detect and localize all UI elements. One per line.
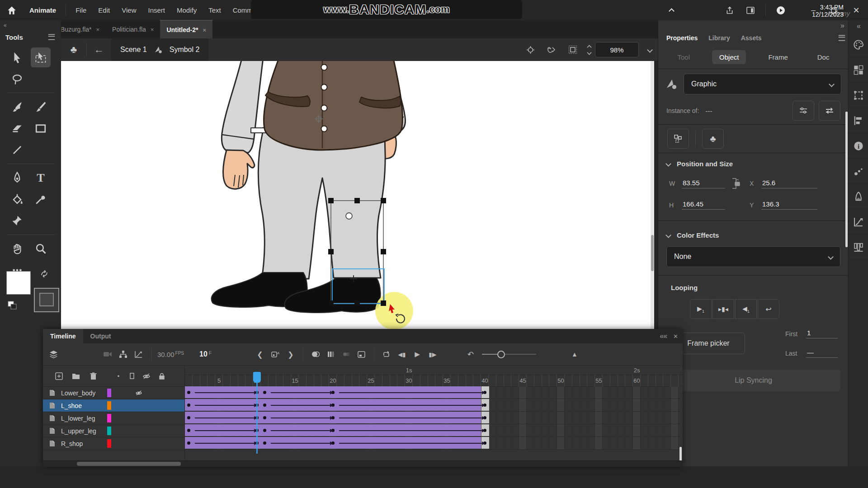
keyframe-dot[interactable] — [187, 391, 190, 394]
info-panel-icon[interactable]: i — [849, 133, 868, 159]
share-icon[interactable] — [719, 0, 740, 20]
doc-tab-buzurg-fla-[interactable]: Buzurg.fla*× — [54, 20, 106, 38]
close-timeline-icon[interactable]: ✕ — [673, 333, 678, 340]
menu-insert[interactable]: Insert — [142, 0, 171, 20]
layer-hidden-icon[interactable] — [131, 390, 146, 396]
panel-tab-library[interactable]: Library — [703, 34, 735, 42]
classic-brush-tool[interactable] — [31, 97, 51, 117]
pen-tool[interactable] — [7, 168, 27, 188]
frame-picker-button[interactable]: Frame picker — [672, 333, 745, 354]
eyedropper-tool[interactable] — [31, 189, 51, 209]
line-tool[interactable] — [7, 140, 27, 160]
lock-column-icon[interactable] — [155, 368, 169, 384]
keyframe-dot[interactable] — [263, 404, 266, 407]
visibility-column-icon[interactable] — [140, 368, 153, 384]
doc-tab-untitled-2-[interactable]: Untitled-2*× — [160, 20, 212, 39]
keyframe-dot[interactable] — [263, 441, 266, 445]
zoom-level-input[interactable]: 98% — [595, 42, 639, 57]
loop-playback-icon[interactable] — [379, 347, 394, 362]
swatches-icon[interactable] — [849, 57, 868, 83]
layer-color-chip[interactable] — [107, 439, 111, 448]
y-field[interactable]: 136.3 — [761, 200, 817, 210]
keyframe-dot[interactable] — [187, 416, 190, 419]
keyframe-dot[interactable] — [263, 429, 266, 432]
lock-aspect-icon[interactable] — [725, 177, 750, 190]
highlight-column-icon[interactable]: • — [113, 368, 124, 384]
zoom-tool[interactable] — [31, 239, 51, 258]
hand-tool[interactable] — [7, 239, 27, 258]
first-frame-field[interactable]: 1 — [806, 329, 838, 338]
height-field[interactable]: 166.45 — [682, 200, 725, 210]
lip-syncing-button[interactable]: Lip Syncing — [666, 370, 840, 391]
layer-color-chip[interactable] — [107, 389, 111, 397]
onion-skin-outline-icon[interactable] — [323, 347, 339, 362]
clock[interactable]: 3:43 PM 12/12/2023 Udemy — [809, 4, 846, 18]
parenting-view-icon[interactable] — [115, 347, 131, 362]
stroke-color-swatch[interactable] — [34, 288, 59, 312]
asset-warp-tool[interactable] — [7, 211, 27, 231]
keyframe-dot[interactable] — [187, 441, 190, 445]
test-movie-icon[interactable] — [770, 0, 791, 20]
timeline-hscrollbar[interactable] — [43, 460, 683, 467]
layers-view-icon[interactable] — [46, 347, 61, 362]
menu-file[interactable]: File — [70, 0, 92, 20]
close-tab-icon[interactable]: × — [151, 26, 154, 33]
transform-panel-icon[interactable] — [849, 83, 868, 108]
breadcrumb-scene[interactable]: Scene 1 — [120, 46, 147, 54]
graph-editor-icon[interactable] — [131, 347, 146, 362]
edit-keyframe-icon[interactable]: A — [268, 347, 283, 362]
component-panel-icon[interactable] — [849, 235, 868, 260]
brush-library-icon[interactable] — [849, 184, 868, 209]
rectangle-tool[interactable] — [31, 118, 51, 138]
collapse-dock-icon[interactable]: « — [849, 20, 868, 32]
playhead[interactable] — [253, 372, 261, 447]
stage-vscrollbar[interactable] — [651, 61, 654, 334]
timeline-tab-timeline[interactable]: Timeline — [43, 329, 83, 343]
layer-color-chip[interactable] — [107, 414, 111, 422]
workspace-icon[interactable] — [740, 0, 761, 20]
clip-content-icon[interactable] — [562, 45, 584, 54]
menu-modify[interactable]: Modify — [171, 0, 203, 20]
motion-graph-icon[interactable] — [849, 209, 868, 235]
stage-canvas[interactable] — [61, 61, 654, 334]
x-field[interactable]: 25.6 — [761, 179, 817, 188]
prev-keyframe-icon[interactable]: ❮ — [252, 347, 268, 362]
center-stage-icon[interactable] — [520, 46, 540, 54]
menu-text[interactable]: Text — [203, 0, 227, 20]
edit-symbols-icon[interactable]: ♣ — [61, 38, 86, 61]
menu-edit[interactable]: Edit — [92, 0, 116, 20]
properties-subtab-frame[interactable]: Frame — [761, 50, 795, 64]
color-effects-header[interactable]: Color Effects — [658, 225, 849, 245]
onion-skin-icon[interactable] — [308, 347, 323, 362]
color-palette-icon[interactable] — [849, 32, 868, 57]
layer-row-l_upper_leg[interactable]: L_upper_leg — [43, 425, 184, 437]
insert-frame-icon[interactable] — [354, 347, 369, 362]
fluid-brush-tool[interactable] — [7, 97, 27, 117]
zoom-dropdown-icon[interactable] — [642, 48, 658, 52]
new-folder-icon[interactable] — [68, 368, 84, 384]
instance-settings-icon[interactable] — [793, 101, 814, 121]
close-tab-icon[interactable]: × — [203, 27, 206, 33]
loop-icon[interactable]: ▸▮◂ — [712, 299, 734, 319]
fill-color-swatch[interactable] — [6, 271, 31, 295]
swap-symbol-icon[interactable] — [819, 101, 840, 121]
properties-scrollbar[interactable] — [845, 112, 848, 247]
symbol-type-dropdown[interactable]: Graphic — [684, 74, 841, 94]
selection-tool[interactable] — [7, 47, 27, 67]
outline-column-icon[interactable] — [126, 368, 138, 384]
panel-tab-assets[interactable]: Assets — [736, 34, 767, 42]
layer-color-chip[interactable] — [107, 427, 111, 435]
position-size-header[interactable]: Position and Size — [658, 153, 849, 174]
width-field[interactable]: 83.55 — [682, 179, 725, 188]
timeline-frames-area[interactable]: 1s2s 51015202530354045505560 — [185, 366, 683, 460]
current-frame-value[interactable]: 10 — [199, 350, 208, 358]
play-icon[interactable]: ▶ — [410, 347, 425, 362]
free-transform-tool[interactable] — [31, 47, 51, 67]
properties-subtab-tool[interactable]: Tool — [670, 50, 698, 64]
edit-multiple-frames-icon[interactable] — [339, 347, 354, 362]
layer-row-lower_body[interactable]: Lower_body — [43, 387, 184, 399]
layer-row-l_shoe[interactable]: L_shoe — [43, 399, 184, 412]
align-panel-icon[interactable] — [849, 108, 868, 133]
new-layer-icon[interactable] — [51, 368, 66, 384]
next-keyframe-icon[interactable]: ❯ — [283, 347, 298, 362]
